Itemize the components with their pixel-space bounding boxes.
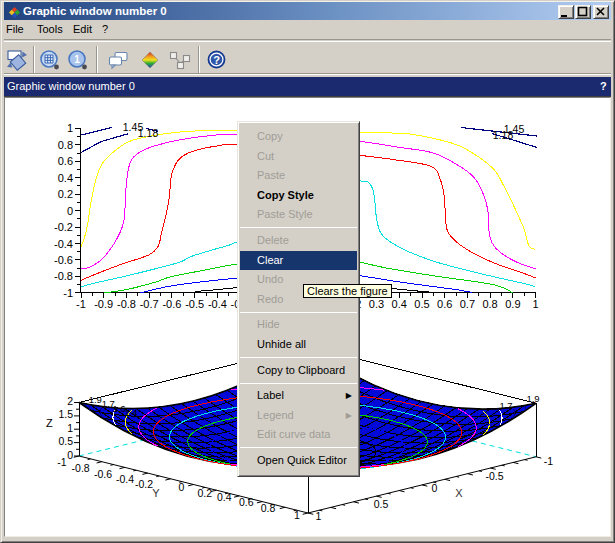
svg-text:?: ?: [213, 54, 220, 66]
svg-text:1: 1: [74, 54, 80, 65]
